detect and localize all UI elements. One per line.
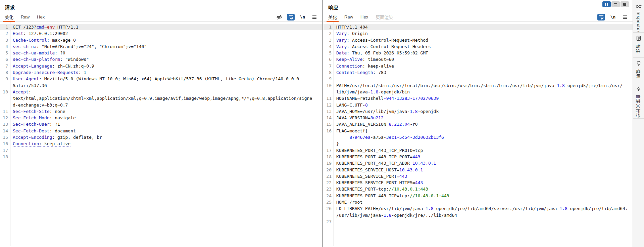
line-number: 11 xyxy=(324,95,334,101)
layout-controls xyxy=(602,1,629,7)
code-row: 20KUBERNETES_SERVICE_HOST=10.43.0.1 xyxy=(324,167,633,173)
code-row: 9User-Agent: Mozilla/5.0 (Windows NT 10.… xyxy=(0,76,322,82)
response-tab-render[interactable]: 页面渲染 xyxy=(374,12,395,22)
line-number: 10 xyxy=(324,82,334,89)
rows-icon xyxy=(614,3,617,6)
code-row: text/html,application/xhtml+xml,applicat… xyxy=(0,95,322,101)
word-wrap-icon xyxy=(599,15,604,19)
code-row: 23KUBERNETES_PORT=tcp://10.43.0.1:443 xyxy=(324,186,633,192)
line-number: 23 xyxy=(324,186,334,192)
bulb-icon xyxy=(636,61,641,66)
code-row: 19KUBERNETES_PORT_443_TCP_ADDR=10.43.0.1 xyxy=(324,160,633,166)
line-number: 20 xyxy=(324,167,334,173)
request-editor-menu-button[interactable] xyxy=(310,14,318,20)
request-tabbar: 美化 Raw Hex xyxy=(0,12,322,22)
line-number: 7 xyxy=(324,63,334,69)
single-pane-icon xyxy=(623,3,626,6)
code-row: 12Sec-Fetch-Mode: navigate xyxy=(0,115,322,121)
code-row: 4Vary: Access-Control-Request-Headers xyxy=(324,43,633,50)
code-row: 9 xyxy=(324,76,633,82)
sidebar-item-label: 备注 xyxy=(635,44,642,53)
code-row: 5sec-ch-ua-mobile: ?0 xyxy=(0,50,322,56)
sidebar-empty-area xyxy=(633,119,644,247)
line-number: 8 xyxy=(324,69,334,76)
line-number: 3 xyxy=(324,37,334,43)
menu-icon xyxy=(312,15,317,19)
line-number xyxy=(324,140,334,147)
layout-rows-button[interactable] xyxy=(611,1,620,7)
code-row: 10Accept: xyxy=(0,89,322,95)
line-number: 12 xyxy=(324,102,334,108)
request-title: 请求 xyxy=(5,4,15,11)
line-number: 15 xyxy=(324,121,334,127)
response-tab-pretty[interactable]: 美化 xyxy=(327,12,339,22)
line-number: 18 xyxy=(324,154,334,160)
line-number: 27 xyxy=(324,218,334,225)
code-row: 1HTTP/1.1 404 xyxy=(324,24,633,30)
line-number: 6 xyxy=(0,56,10,63)
request-tab-hex[interactable]: Hex xyxy=(35,12,46,22)
code-row: lib/jvm/java-1.8-openjdk/bin xyxy=(324,89,633,95)
code-row: d-exchange;v=b3;q=0.7 xyxy=(0,102,322,108)
sidebar-item-label: Inspector xyxy=(636,11,641,32)
line-number: 14 xyxy=(324,115,334,121)
newline-toggle[interactable]: \n xyxy=(609,14,617,20)
word-wrap-button[interactable] xyxy=(287,14,295,20)
code-row: 3Vary: Access-Control-Request-Method xyxy=(324,37,633,43)
sidebar-item-notes[interactable]: 备注 xyxy=(633,33,644,58)
code-row: 7Connection: keep-alive xyxy=(324,63,633,69)
request-panel: 请求 美化 Raw Hex xyxy=(0,0,323,247)
line-number: 5 xyxy=(0,50,10,56)
code-row: 7Accept-Language: zh-CN,zh;q=0.9 xyxy=(0,63,322,69)
request-tab-pretty[interactable]: 美化 xyxy=(3,12,15,22)
code-row: 26LD_LIBRARY_PATH=/usr/lib/jvm/java-1.8-… xyxy=(324,205,633,212)
code-row: 11Sec-Fetch-Site: none xyxy=(0,108,322,115)
hide-content-button[interactable] xyxy=(275,14,283,20)
code-row: 27 xyxy=(324,218,633,225)
line-number: 6 xyxy=(324,56,334,63)
line-number xyxy=(0,82,10,89)
request-tab-raw[interactable]: Raw xyxy=(19,12,31,22)
lightning-icon xyxy=(636,86,641,91)
code-row: 3Cache-Control: max-age=0 xyxy=(0,37,322,43)
code-row: 6Keep-Alive: timeout=60 xyxy=(324,56,633,63)
response-tab-hex[interactable]: Hex xyxy=(359,12,370,22)
word-wrap-button[interactable] xyxy=(597,14,605,20)
response-tabbar: 美化 Raw Hex 页面渲染 xyxy=(324,12,633,22)
code-row: 18KUBERNETES_PORT_443_TCP_PORT=443 xyxy=(324,154,633,160)
code-row: 18 xyxy=(0,154,322,160)
layout-columns-button[interactable] xyxy=(602,1,611,7)
line-number xyxy=(324,134,334,140)
note-icon xyxy=(636,36,641,41)
response-editor[interactable]: 1HTTP/1.1 4042Vary: Origin3Vary: Access-… xyxy=(324,22,633,246)
line-number: 19 xyxy=(324,160,334,166)
code-row: 17 xyxy=(0,147,322,154)
layout-single-button[interactable] xyxy=(621,1,629,7)
line-number: 24 xyxy=(324,193,334,199)
response-editor-menu-button[interactable] xyxy=(621,14,629,20)
line-number: 2 xyxy=(324,30,334,37)
request-editor[interactable]: 1GET /123?cmd=env HTTP/1.12Host: 127.0.0… xyxy=(0,22,322,246)
inspector-sidebar: Inspector 备注 说明 xyxy=(633,0,644,247)
code-row: 22KUBERNETES_SERVICE_PORT_HTTPS=443 xyxy=(324,179,633,186)
code-row: Safari/537.36 xyxy=(0,82,322,89)
line-number: 12 xyxy=(0,115,10,121)
sidebar-item-hints[interactable]: 说明 xyxy=(633,58,644,83)
sidebar-item-inspector[interactable]: Inspector xyxy=(633,0,644,33)
columns-icon xyxy=(605,3,606,6)
line-number: 1 xyxy=(0,24,10,30)
line-number: 25 xyxy=(324,199,334,205)
code-row: 6sec-ch-ua-platform: "Windows" xyxy=(0,56,322,63)
newline-toggle[interactable]: \n xyxy=(299,14,306,20)
code-row: 16FLAG=moectf{ xyxy=(324,128,633,134)
response-tab-raw[interactable]: Raw xyxy=(343,12,355,22)
line-number: 14 xyxy=(0,128,10,134)
sidebar-item-custom-actions[interactable]: 自定义行动 xyxy=(633,83,644,119)
code-row: 14JAVA_VERSION=8u212 xyxy=(324,115,633,121)
code-row: 1GET /123?cmd=env HTTP/1.1 xyxy=(0,24,322,30)
line-number xyxy=(0,102,10,108)
line-number: 16 xyxy=(0,140,10,147)
line-number: 3 xyxy=(0,37,10,43)
line-number: 8 xyxy=(0,69,10,76)
code-row: 2Vary: Origin xyxy=(324,30,633,37)
